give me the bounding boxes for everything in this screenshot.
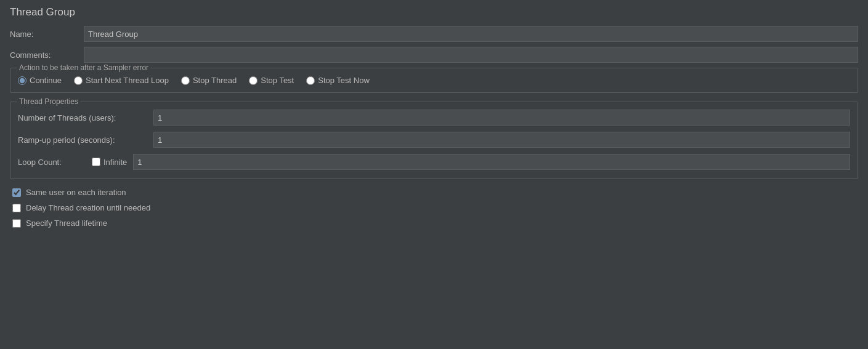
- infinite-checkbox-wrap[interactable]: Infinite: [92, 158, 127, 167]
- extra-options: Same user on each iteration Delay Thread…: [10, 188, 858, 228]
- delay-thread-row: Delay Thread creation until needed: [12, 203, 858, 212]
- page-title: Thread Group: [10, 6, 858, 18]
- infinite-checkbox[interactable]: [92, 158, 100, 166]
- name-label: Name:: [10, 30, 84, 39]
- same-user-row: Same user on each iteration: [12, 188, 858, 197]
- action-group-legend: Action to be taken after a Sampler error: [17, 63, 151, 72]
- specify-lifetime-checkbox[interactable]: [12, 219, 21, 228]
- num-threads-input[interactable]: [153, 110, 850, 126]
- num-threads-row: Number of Threads (users):: [18, 110, 850, 126]
- radio-continue[interactable]: Continue: [18, 76, 62, 85]
- specify-lifetime-row: Specify Thread lifetime: [12, 219, 858, 228]
- ramp-up-label: Ramp-up period (seconds):: [18, 135, 153, 145]
- ramp-up-row: Ramp-up period (seconds):: [18, 132, 850, 148]
- num-threads-label: Number of Threads (users):: [18, 113, 153, 122]
- radio-stop-test-label[interactable]: Stop Test: [261, 76, 294, 85]
- name-input[interactable]: [84, 26, 858, 42]
- loop-count-label: Loop Count:: [18, 158, 92, 167]
- action-group: Action to be taken after a Sampler error…: [10, 68, 858, 93]
- name-row: Name:: [10, 26, 858, 42]
- action-radio-group: Continue Start Next Thread Loop Stop Thr…: [18, 73, 850, 85]
- radio-start-next-thread-loop[interactable]: Start Next Thread Loop: [74, 76, 169, 85]
- thread-properties-group: Thread Properties Number of Threads (use…: [10, 102, 858, 179]
- comments-row: Comments:: [10, 47, 858, 63]
- comments-label: Comments:: [10, 50, 84, 60]
- ramp-up-input[interactable]: [153, 132, 850, 148]
- thread-properties-legend: Thread Properties: [17, 97, 81, 106]
- same-user-checkbox[interactable]: [12, 188, 21, 197]
- radio-stop-thread[interactable]: Stop Thread: [181, 76, 237, 85]
- loop-count-input[interactable]: [133, 154, 850, 170]
- radio-stop-test-now-label[interactable]: Stop Test Now: [318, 76, 370, 85]
- radio-stop-test-now[interactable]: Stop Test Now: [306, 76, 370, 85]
- delay-thread-checkbox[interactable]: [12, 204, 21, 212]
- radio-stop-test[interactable]: Stop Test: [249, 76, 294, 85]
- infinite-label[interactable]: Infinite: [103, 158, 127, 167]
- radio-continue-label[interactable]: Continue: [30, 76, 62, 85]
- loop-count-row: Loop Count: Infinite: [18, 154, 850, 170]
- comments-input[interactable]: [84, 47, 858, 63]
- radio-stop-thread-label[interactable]: Stop Thread: [193, 76, 237, 85]
- specify-lifetime-label[interactable]: Specify Thread lifetime: [26, 219, 107, 228]
- same-user-label[interactable]: Same user on each iteration: [26, 188, 126, 197]
- delay-thread-label[interactable]: Delay Thread creation until needed: [26, 203, 150, 212]
- radio-start-next-label[interactable]: Start Next Thread Loop: [86, 76, 169, 85]
